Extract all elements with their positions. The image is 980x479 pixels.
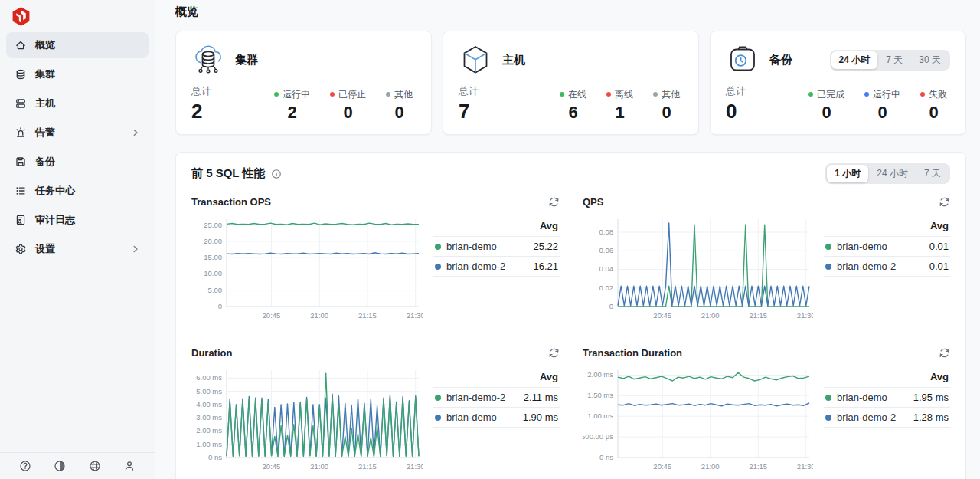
cube-icon [459,43,492,77]
series-dot [435,244,441,250]
sidebar-item-clusters[interactable]: 集群 [6,61,149,87]
status-column[interactable]: 运行中0 [864,88,900,123]
status-label-row: 运行中 [274,88,310,101]
sidebar-item-label: 概览 [35,38,55,52]
app-logo-icon[interactable] [0,0,34,31]
backup-time-range-tabs-option-2[interactable]: 30 天 [911,51,949,69]
database-icon [15,68,27,80]
sidebar-item-alerts[interactable]: 告警 [6,120,149,146]
status-column[interactable]: 其他0 [653,88,680,123]
page-title: 概览 [175,5,966,19]
sidebar: 概览集群主机告警备份任务中心审计日志设置 [0,0,155,479]
sql-time-range-tabs-option-1[interactable]: 24 小时 [869,165,916,182]
svg-text:21:30: 21:30 [797,462,813,471]
svg-text:1.50 ms: 1.50 ms [587,391,613,399]
sidebar-item-settings[interactable]: 设置 [6,236,149,262]
backup-time-range-tabs-option-1[interactable]: 7 天 [878,51,910,69]
svg-text:4.00 ms: 4.00 ms [196,400,222,408]
app-root: 概览集群主机告警备份任务中心审计日志设置 概览 集群总计2运行中2已停止0其他0… [0,0,980,479]
legend-row[interactable]: brian-demo1.95 ms [824,387,950,407]
theme-icon[interactable] [54,460,66,472]
series-name: brian-demo-2 [837,261,924,272]
legend-row[interactable]: brian-demo25.22 [433,236,560,256]
card-header: 主机 [459,43,683,77]
status-label: 运行中 [873,88,900,101]
gear-icon [15,243,27,255]
svg-text:21:15: 21:15 [749,311,767,320]
status-dot [560,92,564,97]
refresh-icon[interactable] [548,196,560,208]
card-backup: 备份24 小时7 天30 天总计0已完成0运行中0失败0 [710,31,966,135]
status-label: 运行中 [283,88,310,101]
refresh-icon[interactable] [939,347,950,359]
status-column[interactable]: 离线1 [606,88,633,123]
series-dot [435,415,441,421]
legend-row[interactable]: brian-demo-22.11 ms [433,387,560,407]
sidebar-item-hosts[interactable]: 主机 [6,90,149,116]
status-dot [330,92,335,97]
svg-text:10.00: 10.00 [204,269,222,277]
status-label: 失败 [929,88,947,101]
sidebar-item-task-center[interactable]: 任务中心 [6,178,149,204]
svg-text:500.00 µs: 500.00 µs [583,432,613,441]
svg-text:1.00 ms: 1.00 ms [587,412,613,420]
sidebar-item-label: 备份 [35,155,55,169]
legend-row[interactable]: brian-demo-21.28 ms [824,407,950,428]
status-label-row: 其他 [653,88,680,101]
chart-header: Transaction Duration [583,347,950,359]
status-value: 0 [653,103,680,123]
legend-avg-header: Avg [824,220,950,236]
sidebar-item-backup[interactable]: 备份 [6,149,149,175]
series-name: brian-demo [837,241,924,252]
status-column[interactable]: 已停止0 [330,88,366,123]
info-icon[interactable] [271,169,282,179]
cluster-icon [191,43,225,77]
chart-plot: 05.0010.0015.0020.0025.0020:4521:0021:15… [191,214,423,326]
series-dot [825,415,831,421]
svg-text:21:30: 21:30 [407,462,423,471]
chart-plot: 00.020.040.060.0820:4521:0021:1521:30 [583,214,813,326]
refresh-icon[interactable] [548,347,560,359]
svg-text:21:15: 21:15 [358,462,377,471]
status-column[interactable]: 已完成0 [808,88,844,123]
svg-text:0.04: 0.04 [599,264,614,273]
legend-row[interactable]: brian-demo-20.01 [824,256,950,277]
charts-grid: Transaction OPS05.0010.0015.0020.0025.00… [191,196,950,477]
svg-text:21:00: 21:00 [310,462,328,471]
home-icon [15,39,27,51]
total-block: 总计0 [726,84,746,123]
sql-time-range-tabs-option-2[interactable]: 7 天 [916,165,949,182]
legend-row[interactable]: brian-demo-216.21 [433,256,560,277]
status-label: 已停止 [338,88,366,101]
backup-clock-icon [726,43,760,77]
card-title: 备份 [769,53,792,67]
sidebar-item-overview[interactable]: 概览 [6,32,149,58]
audit-icon [15,214,27,226]
legend-row[interactable]: brian-demo0.01 [824,236,950,256]
sidebar-item-label: 主机 [35,97,55,110]
language-icon[interactable] [89,460,101,472]
status-column[interactable]: 失败0 [920,88,947,123]
legend-row[interactable]: brian-demo1.90 ms [433,407,560,428]
backup-time-range-tabs-option-0[interactable]: 24 小时 [831,51,878,69]
sidebar-item-audit-log[interactable]: 审计日志 [6,207,149,233]
help-icon[interactable] [19,460,31,472]
chart-header: Transaction OPS [191,196,560,208]
sql-time-range-tabs-option-0[interactable]: 1 小时 [827,165,868,182]
status-label: 已完成 [817,88,844,101]
svg-text:2.00 ms: 2.00 ms [196,426,222,435]
backup-time-range-tabs: 24 小时7 天30 天 [830,50,950,71]
status-column[interactable]: 其他0 [386,88,413,123]
svg-text:0: 0 [609,302,613,310]
refresh-icon[interactable] [939,196,950,208]
card-header: 集群 [191,43,416,77]
chart-block-qps: QPS00.020.040.060.0820:4521:0021:1521:30… [583,196,950,326]
series-avg-value: 2.11 ms [524,392,558,403]
user-icon[interactable] [123,460,136,472]
series-avg-value: 0.01 [929,261,949,272]
status-dot [386,92,390,97]
status-dot [606,92,611,97]
status-column[interactable]: 在线6 [560,88,586,123]
svg-text:21:30: 21:30 [797,311,813,320]
status-column[interactable]: 运行中2 [274,88,310,123]
